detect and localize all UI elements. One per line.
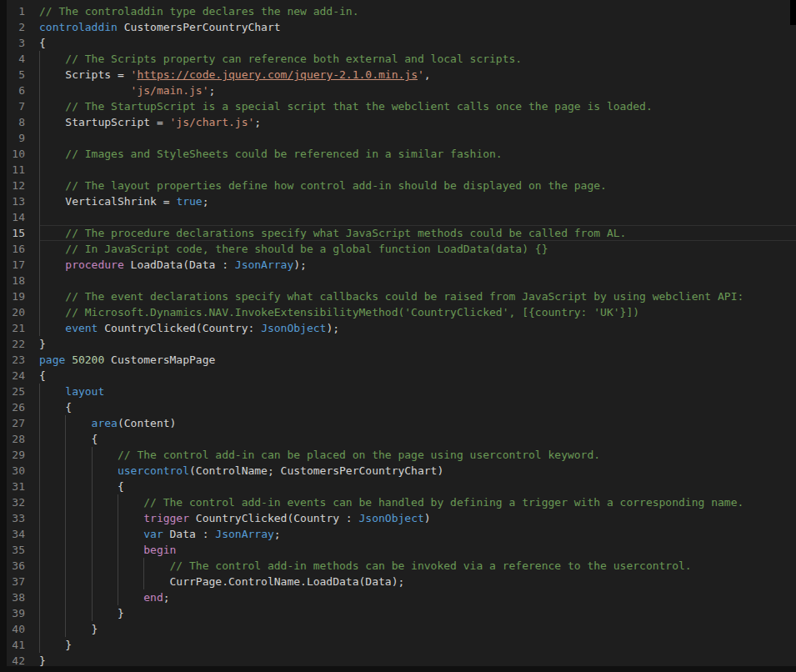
code-line[interactable]: 35 begin xyxy=(7,542,796,558)
line-number[interactable]: 8 xyxy=(7,114,25,130)
indent-guide xyxy=(92,510,93,526)
code-line[interactable]: 8 StartupScript = 'js/chart.js'; xyxy=(7,114,796,130)
code-line[interactable]: 28 { xyxy=(7,431,796,447)
code-text: // The control add-in methods can be inv… xyxy=(39,558,796,574)
line-number[interactable]: 6 xyxy=(7,83,25,98)
token-comment: // Images and StyleSheets could be refer… xyxy=(39,148,503,160)
line-number[interactable]: 36 xyxy=(7,558,25,574)
code-line[interactable]: 4 // The Scripts property can reference … xyxy=(7,51,796,67)
token-string-link[interactable]: https://code.jquery.com/jquery-2.1.0.min… xyxy=(137,68,418,81)
line-number[interactable]: 37 xyxy=(7,574,25,589)
line-number[interactable]: 22 xyxy=(7,336,25,352)
code-line[interactable]: 11 xyxy=(7,162,796,178)
code-line[interactable]: 33 trigger CountryClicked(Country : Json… xyxy=(7,510,796,526)
line-number[interactable]: 33 xyxy=(7,510,25,526)
code-line[interactable]: 7 // The StartupScript is a special scri… xyxy=(7,98,796,114)
code-line[interactable]: 32 // The control add-in events can be h… xyxy=(7,494,796,510)
code-text: // The procedure declarations specify wh… xyxy=(39,225,796,241)
line-number[interactable]: 18 xyxy=(7,273,25,288)
line-number[interactable]: 14 xyxy=(7,209,25,225)
code-line[interactable]: 1// The controladdin type declares the n… xyxy=(7,3,796,19)
code-line[interactable]: 40 } xyxy=(7,621,796,637)
line-number[interactable]: 31 xyxy=(7,479,25,494)
line-number[interactable]: 20 xyxy=(7,304,25,320)
line-number[interactable]: 41 xyxy=(7,637,25,653)
line-number[interactable]: 29 xyxy=(7,447,25,463)
code-line[interactable]: 3{ xyxy=(7,35,796,51)
line-number[interactable]: 23 xyxy=(7,352,25,368)
line-number[interactable]: 11 xyxy=(7,162,25,178)
line-number[interactable]: 25 xyxy=(7,384,25,399)
code-line[interactable]: 18 xyxy=(7,273,796,288)
code-line[interactable]: 34 var Data : JsonArray; xyxy=(7,526,796,542)
code-line[interactable]: 13 VerticalShrink = true; xyxy=(7,193,796,209)
line-number[interactable]: 26 xyxy=(7,399,25,415)
line-number[interactable]: 9 xyxy=(7,130,25,146)
code-line[interactable]: 30 usercontrol(ControlName; CustomersPer… xyxy=(7,463,796,479)
line-number[interactable]: 17 xyxy=(7,257,25,273)
code-line[interactable]: 36 // The control add-in methods can be … xyxy=(7,558,796,574)
line-number[interactable]: 35 xyxy=(7,542,25,558)
indent-guide xyxy=(39,257,40,273)
line-number[interactable]: 10 xyxy=(7,146,25,162)
code-line[interactable]: 39 } xyxy=(7,605,796,621)
code-text: var Data : JsonArray; xyxy=(39,526,796,542)
code-line[interactable]: 27 area(Content) xyxy=(7,415,796,431)
line-number[interactable]: 32 xyxy=(7,494,25,510)
line-number[interactable]: 21 xyxy=(7,320,25,336)
code-line[interactable]: 37 CurrPage.ControlName.LoadData(Data); xyxy=(7,574,796,589)
code-line[interactable]: 20 // Microsoft.Dynamics.NAV.InvokeExten… xyxy=(7,304,796,320)
code-line[interactable]: 2controladdin CustomersPerCountryChart xyxy=(7,19,796,35)
code-line[interactable]: 15 // The procedure declarations specify… xyxy=(7,225,796,241)
code-line[interactable]: 41 } xyxy=(7,637,796,653)
line-number[interactable]: 27 xyxy=(7,415,25,431)
code-line[interactable]: 14 xyxy=(7,209,796,225)
line-number[interactable]: 1 xyxy=(7,3,25,19)
code-line[interactable]: 19 // The event declarations specify wha… xyxy=(7,288,796,304)
code-line[interactable]: 5 Scripts = 'https://code.jquery.com/jqu… xyxy=(7,67,796,83)
line-number[interactable]: 2 xyxy=(7,19,25,35)
line-number[interactable]: 24 xyxy=(7,368,25,384)
line-number[interactable]: 5 xyxy=(7,67,25,83)
code-text: } xyxy=(39,621,796,637)
token-text: StartupScript = xyxy=(39,116,170,128)
code-line[interactable]: 21 event CountryClicked(Country: JsonObj… xyxy=(7,320,796,336)
token-text: { xyxy=(39,37,46,49)
line-number[interactable]: 3 xyxy=(7,35,25,51)
line-number[interactable]: 34 xyxy=(7,526,25,542)
code-line[interactable]: 9 xyxy=(7,130,796,146)
token-text: { xyxy=(39,480,124,493)
line-number[interactable]: 15 xyxy=(7,225,25,241)
token-text: ; xyxy=(163,591,170,604)
code-line[interactable]: 25 layout xyxy=(7,384,796,399)
token-text: Data : xyxy=(163,528,216,540)
code-line[interactable]: 6 'js/main.js'; xyxy=(7,83,796,98)
code-line[interactable]: 29 // The control add-in can be placed o… xyxy=(7,447,796,463)
code-line[interactable]: 26 { xyxy=(7,399,796,415)
token-text: } xyxy=(39,338,46,350)
code-line[interactable]: 31 { xyxy=(7,479,796,494)
line-number[interactable]: 30 xyxy=(7,463,25,479)
line-number[interactable]: 28 xyxy=(7,431,25,447)
code-line[interactable]: 38 end; xyxy=(7,589,796,605)
line-number[interactable]: 12 xyxy=(7,178,25,193)
code-line[interactable]: 23page 50200 CustomersMapPage xyxy=(7,352,796,368)
code-line[interactable]: 24{ xyxy=(7,368,796,384)
code-line[interactable]: 10 // Images and StyleSheets could be re… xyxy=(7,146,796,162)
line-number[interactable]: 7 xyxy=(7,98,25,114)
code-line[interactable]: 12 // The layout properties define how c… xyxy=(7,178,796,193)
scrollbar-thumb[interactable] xyxy=(790,0,796,25)
indent-guide xyxy=(39,589,40,605)
line-number[interactable]: 4 xyxy=(7,51,25,67)
code-line[interactable]: 16 // In JavaScript code, there should b… xyxy=(7,241,796,257)
line-number[interactable]: 39 xyxy=(7,605,25,621)
code-line[interactable]: 17 procedure LoadData(Data : JsonArray); xyxy=(7,257,796,273)
code-line[interactable]: 22} xyxy=(7,336,796,352)
token-comment: // The procedure declarations specify wh… xyxy=(39,227,626,239)
line-number[interactable]: 13 xyxy=(7,193,25,209)
line-number[interactable]: 16 xyxy=(7,241,25,257)
line-number[interactable]: 40 xyxy=(7,621,25,637)
line-number[interactable]: 19 xyxy=(7,288,25,304)
line-number[interactable]: 38 xyxy=(7,589,25,605)
indent-guide xyxy=(118,589,118,605)
